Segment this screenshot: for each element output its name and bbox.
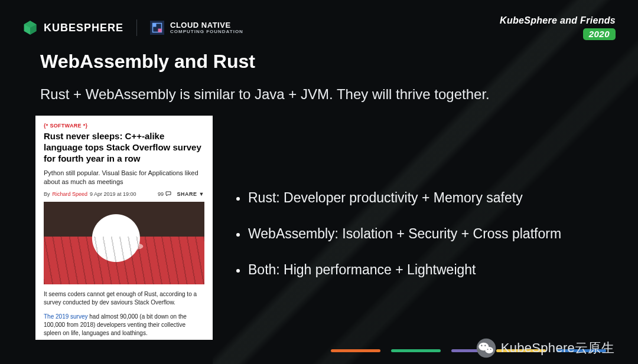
article-hero-image	[44, 202, 204, 284]
article-deck: Python still popular. Visual Basic for A…	[44, 169, 204, 186]
share-label: SHARE ▼	[177, 191, 204, 197]
bullet-item: WebAssembly: Isolation + Security + Cros…	[236, 226, 614, 242]
kubesphere-wordmark: KUBESPHERE	[44, 22, 123, 34]
bullet-text: Rust: Developer productivity + Memory sa…	[248, 190, 523, 206]
article-byline: By Richard Speed 9 Apr 2019 at 19:00 99 …	[44, 191, 204, 197]
bullet-dot-icon	[236, 197, 240, 201]
article-section-tag: {* SOFTWARE *}	[44, 123, 204, 129]
svg-point-9	[481, 345, 482, 346]
event-year-badge: 2020	[583, 28, 616, 40]
slide-title: WebAssembly and Rust	[40, 51, 255, 73]
event-title: KubeSphere and Friends	[500, 15, 616, 26]
bullet-text: WebAssembly: Isolation + Security + Cros…	[248, 226, 561, 242]
article-para-2: The 2019 survey had almost 90,000 (a bit…	[44, 313, 204, 337]
svg-rect-5	[158, 29, 162, 32]
slide: KUBESPHERE CLOUD NATIVE COMPUTING FOUNDA…	[0, 0, 638, 364]
bullet-item: Both: High performance + Lightweight	[236, 262, 614, 278]
slide-subtitle: Rust + WebAssembly is similar to Java + …	[40, 86, 490, 103]
slide-header: KUBESPHERE CLOUD NATIVE COMPUTING FOUNDA…	[22, 15, 616, 40]
bullet-text: Both: High performance + Lightweight	[248, 262, 476, 278]
bullet-list: Rust: Developer productivity + Memory sa…	[236, 190, 614, 298]
stripe-green	[391, 349, 441, 352]
stripe-orange	[331, 349, 380, 352]
cncf-mark-icon	[150, 21, 164, 35]
svg-point-10	[484, 345, 486, 346]
comment-icon	[165, 191, 171, 196]
header-divider	[136, 19, 137, 36]
cncf-text: CLOUD NATIVE COMPUTING FOUNDATION	[170, 21, 243, 34]
svg-point-8	[485, 347, 493, 353]
bullet-item: Rust: Developer productivity + Memory sa…	[236, 190, 614, 206]
article-meta-right: 99 SHARE ▼	[158, 191, 204, 197]
watermark-text: KubeSphere云原生	[501, 339, 614, 357]
article-para-1: It seems coders cannot get enough of Rus…	[44, 290, 204, 307]
cncf-line2: COMPUTING FOUNDATION	[170, 29, 243, 34]
kubesphere-hex-icon	[22, 20, 38, 35]
header-right: KubeSphere and Friends 2020	[500, 15, 616, 40]
cncf-line1: CLOUD NATIVE	[170, 21, 243, 29]
svg-point-12	[490, 349, 491, 350]
wechat-icon	[476, 338, 496, 358]
article-inline-link: The 2019 survey	[44, 313, 88, 320]
svg-point-11	[487, 349, 488, 350]
article-date: 9 Apr 2019 at 19:00	[90, 191, 136, 197]
kubesphere-logo: KUBESPHERE	[22, 20, 123, 35]
article-headline: Rust never sleeps: C++-alike language to…	[44, 131, 204, 164]
article-card: {* SOFTWARE *} Rust never sleeps: C++-al…	[35, 116, 213, 340]
cncf-logo: CLOUD NATIVE COMPUTING FOUNDATION	[150, 21, 243, 35]
article-author: Richard Speed	[53, 191, 88, 197]
wechat-watermark: KubeSphere云原生	[476, 338, 614, 358]
byline-prefix: By	[44, 191, 50, 197]
bullet-dot-icon	[236, 269, 240, 273]
svg-rect-4	[153, 24, 157, 27]
bullet-dot-icon	[236, 233, 240, 237]
comment-count: 99	[158, 191, 171, 197]
